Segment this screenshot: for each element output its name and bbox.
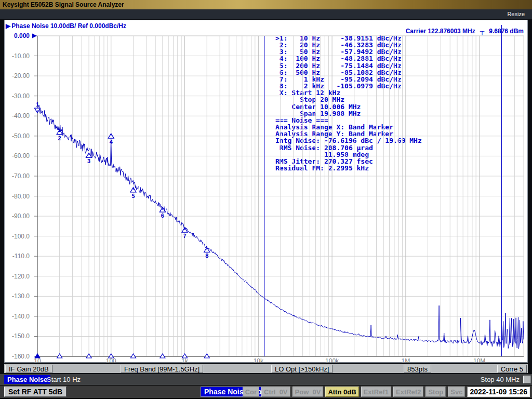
channel-bar: Phase Noise Start 10 Hz Stop 40 MHz: [0, 374, 532, 385]
trace-scale-text: Phase Noise 10.00dB/ Ref 0.000dBc/Hz: [11, 22, 126, 30]
marker-info-line: Stop 20 MHz: [275, 96, 422, 103]
carrier-tick-icon: ┬: [480, 28, 485, 35]
y-axis-tick-label: -10.00: [3, 52, 30, 60]
indicator-cor: Cor: [243, 387, 259, 397]
channel-resize-handle[interactable]: [523, 376, 531, 383]
measurement-status-bar: IF Gain 20dBFreq Band [99M-1.5GHz]LO Opt…: [4, 364, 528, 374]
carrier-power: 9.6876 dBm: [489, 28, 524, 35]
marker-info-line: Center 10.006 MHz: [275, 103, 422, 110]
window-title-bar: Keysight E5052B Signal Source Analyzer: [0, 0, 532, 9]
x-axis-tick-label: 1M: [390, 357, 421, 365]
x-axis-tick-label: 10k: [243, 357, 274, 365]
menu-bar: Resize: [0, 9, 532, 19]
set-rf-att-button[interactable]: Set RF ATT 5dB: [4, 387, 66, 397]
marker-info-line: Residual FM: 2.2995 kHz: [275, 165, 422, 171]
y-axis-tick-label: -140.0: [3, 313, 30, 320]
indicator-extref2: ExtRef2: [393, 387, 423, 397]
carrier-frequency: Carrier 122.876003 MHz: [406, 28, 475, 35]
x-axis-tick-label: 100k: [316, 357, 348, 365]
status-button[interactable]: LO Opt [>150kHz]: [271, 365, 332, 373]
datetime-display: 2022-11-09 15:26: [467, 387, 530, 397]
y-axis-tick-label: -80.00: [3, 193, 30, 200]
status-button[interactable]: 853pts: [404, 365, 431, 373]
trace-scale-readout: ▶Phase Noise 10.00dB/ Ref 0.000dBc/Hz: [6, 22, 126, 30]
y-axis-tick-label: -150.0: [3, 332, 30, 340]
instrument-status-bar: Set RF ATT 5dB Phase Noise: Hold CorCtrl…: [0, 385, 532, 399]
marker-info-line: Intg Noise: -76.6196 dBc / 19.69 MHz: [275, 137, 422, 144]
y-axis-tick-label: -120.0: [3, 273, 30, 280]
y-axis-tick-label: -50.00: [3, 132, 30, 140]
x-axis-tick-label: 10: [22, 357, 53, 365]
marker-info-block: >1: 10 Hz -38.9151 dBc/Hz 2: 20 Hz -46.3…: [275, 35, 422, 171]
status-button[interactable]: Freq Band [99M-1.5GHz]: [121, 365, 203, 373]
y-axis-tick-label: -70.00: [3, 172, 30, 180]
y-axis-tick-label: -100.0: [3, 233, 30, 240]
x-axis-tick-label: 1k: [169, 357, 201, 365]
resize-button[interactable]: Resize: [507, 11, 525, 17]
x-axis-tick-label: 10M: [464, 357, 495, 365]
indicator-group: CorCtrl 0VPow 0VAttn 0dBExtRef1ExtRef2St…: [243, 387, 530, 397]
y-axis-tick-label: -40.00: [3, 112, 30, 119]
indicator-svc: Svc: [448, 387, 465, 397]
y-axis-tick-label: -90.00: [3, 212, 30, 220]
status-button[interactable]: IF Gain 20dB: [5, 365, 52, 373]
indicator-extref1: ExtRef1: [361, 387, 391, 397]
tab-phase-noise[interactable]: Phase Noise: [4, 375, 50, 384]
indicator-attn-0db: Attn 0dB: [325, 387, 358, 397]
y-axis-tick-label: -110.0: [3, 252, 30, 260]
y-axis-tick-label: -130.0: [3, 292, 30, 300]
carrier-readout: Carrier 122.876003 MHz┬9.6876 dBm: [406, 28, 524, 35]
marker-info-line: RMS Noise: 208.706 µrad: [275, 144, 422, 151]
y-axis-tick-label: -20.00: [3, 72, 30, 79]
marker-info-line: RMS Jitter: 270.327 fsec: [275, 158, 422, 165]
marker-info-line: 4: 100 Hz -48.2881 dBc/Hz: [275, 55, 422, 62]
sweep-stop-readout: Stop 40 MHz: [481, 375, 520, 384]
active-trace-arrow-icon: ▶: [6, 22, 10, 30]
marker-info-line: 11.958 mdeg: [275, 151, 422, 158]
y-axis-tick-label: -60.00: [3, 152, 30, 159]
status-button[interactable]: Corre 5: [497, 365, 527, 373]
sweep-start-readout: Start 10 Hz: [47, 375, 81, 384]
graph-panel: [4, 20, 528, 363]
y-axis-ref-label: 0.000: [3, 32, 30, 39]
e5052b-screen: Keysight E5052B Signal Source Analyzer R…: [0, 0, 532, 399]
marker-info-line: 6: 500 Hz -85.1082 dBc/Hz: [275, 69, 422, 76]
marker-info-line: Span 19.988 MHz: [275, 110, 422, 117]
indicator-stop: Stop: [425, 387, 446, 397]
y-axis-tick-label: -30.00: [3, 92, 30, 100]
window-title: Keysight E5052B Signal Source Analyzer: [3, 1, 124, 8]
x-axis-tick-label: 100: [96, 357, 127, 365]
indicator-pow-0v: Pow 0V: [292, 387, 324, 397]
indicator-ctrl-0v: Ctrl 0V: [261, 387, 290, 397]
marker-info-line: 5: 200 Hz -75.1484 dBc/Hz: [275, 62, 422, 69]
